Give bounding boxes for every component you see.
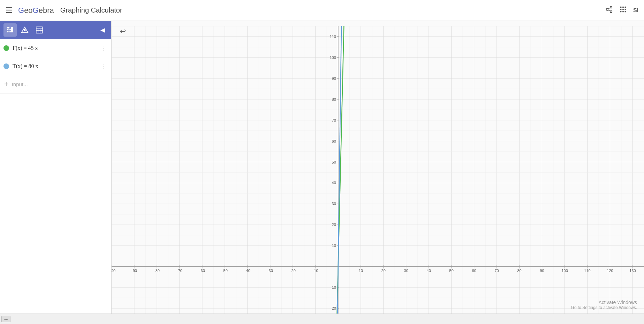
svg-text:20: 20: [381, 269, 386, 273]
undo-button[interactable]: ↩: [116, 25, 129, 38]
svg-text:120: 120: [607, 269, 613, 273]
svg-text:-40: -40: [245, 269, 250, 273]
svg-rect-16: [9, 29, 11, 30]
add-expression-icon: +: [4, 80, 8, 88]
svg-rect-12: [622, 11, 624, 13]
svg-text:-90: -90: [131, 269, 137, 273]
svg-text:110: 110: [329, 35, 336, 39]
input-placeholder: Input...: [12, 81, 28, 87]
svg-rect-14: [7, 27, 9, 29]
svg-rect-15: [7, 29, 9, 30]
svg-text:90: 90: [332, 76, 336, 81]
svg-text:-20: -20: [331, 306, 336, 310]
svg-text:10: 10: [359, 269, 363, 273]
svg-text:50: 50: [332, 160, 336, 164]
expr-label-f[interactable]: F(x) = 45 x: [13, 45, 99, 51]
svg-rect-8: [620, 9, 622, 10]
expression-list: F(x) = 45 x ⋮ T(x) = 80 x ⋮ + Input...: [0, 39, 111, 324]
expr-menu-button-f[interactable]: ⋮: [99, 44, 108, 53]
user-avatar[interactable]: SI: [633, 7, 638, 14]
svg-text:110: 110: [584, 269, 590, 273]
svg-rect-10: [624, 9, 626, 10]
geometry-tab-button[interactable]: [18, 23, 31, 37]
table-tab-button[interactable]: [33, 23, 46, 37]
svg-text:40: 40: [332, 181, 336, 185]
svg-text:70: 70: [332, 118, 336, 122]
svg-text:-10: -10: [331, 285, 336, 289]
app-title: Graphing Calculator: [60, 6, 122, 14]
expr-menu-button-t[interactable]: ⋮: [99, 62, 108, 71]
expr-dot-f[interactable]: [0, 45, 13, 51]
svg-line-3: [608, 10, 610, 11]
svg-rect-17: [7, 31, 9, 32]
undo-icon: ↩: [120, 27, 126, 36]
svg-text:130: 130: [629, 269, 636, 273]
svg-rect-5: [620, 7, 622, 8]
svg-text:80: 80: [517, 269, 521, 273]
svg-text:60: 60: [332, 139, 336, 143]
logo-text: GeoGebra: [18, 6, 54, 15]
svg-text:100: 100: [329, 55, 336, 60]
logo: GeoGebra: [18, 6, 54, 15]
left-panel: ◀ F(x) = 45 x ⋮ T(x) = 80 x ⋮: [0, 21, 112, 324]
graph-svg: -100-90-80-70-60-50-40-30-20-10102030405…: [112, 21, 644, 324]
graph-area[interactable]: ↩ -100-90-80-70-60-50-40-30-20-101020304…: [112, 21, 644, 324]
add-expression-row[interactable]: + Input...: [0, 75, 111, 93]
main-layout: ◀ F(x) = 45 x ⋮ T(x) = 80 x ⋮: [0, 21, 644, 324]
svg-text:-30: -30: [267, 269, 273, 273]
svg-rect-22: [36, 27, 43, 33]
svg-text:-60: -60: [199, 269, 205, 273]
panel-toolbar: ◀: [0, 21, 111, 39]
svg-text:10: 10: [332, 243, 336, 248]
svg-rect-13: [624, 11, 626, 13]
svg-text:80: 80: [332, 97, 336, 101]
expr-label-t[interactable]: T(x) = 80 x: [13, 63, 99, 69]
svg-rect-9: [622, 9, 624, 10]
collapse-panel-button[interactable]: ◀: [97, 24, 108, 36]
taskbar-item[interactable]: ····: [1, 316, 10, 322]
svg-text:-10: -10: [313, 269, 318, 273]
apps-grid-icon[interactable]: [619, 6, 627, 15]
svg-rect-19: [11, 27, 13, 32]
svg-text:-50: -50: [222, 269, 228, 273]
expr-dot-t[interactable]: [0, 63, 13, 69]
share-icon[interactable]: [605, 6, 613, 15]
navbar: ☰ GeoGebra Graphing Calculator SI: [0, 0, 644, 21]
svg-text:20: 20: [332, 223, 336, 227]
svg-text:-100: -100: [112, 269, 115, 273]
svg-text:60: 60: [472, 269, 476, 273]
svg-text:40: 40: [427, 269, 431, 273]
calculator-tab-button[interactable]: [3, 23, 17, 37]
color-dot-f: [3, 45, 9, 51]
svg-text:100: 100: [561, 269, 568, 273]
svg-text:-70: -70: [177, 269, 182, 273]
svg-text:50: 50: [449, 269, 454, 273]
svg-rect-7: [624, 7, 626, 8]
expression-row-t: T(x) = 80 x ⋮: [0, 57, 111, 75]
taskbar: ····: [0, 314, 644, 324]
svg-rect-11: [620, 11, 622, 13]
color-dot-t: [3, 63, 9, 69]
svg-text:30: 30: [404, 269, 408, 273]
svg-text:70: 70: [495, 269, 499, 273]
svg-rect-6: [622, 7, 624, 8]
svg-point-21: [24, 29, 26, 31]
svg-text:-80: -80: [154, 269, 160, 273]
navbar-right-icons: SI: [605, 6, 638, 15]
expression-row-f: F(x) = 45 x ⋮: [0, 39, 111, 57]
svg-line-4: [608, 8, 610, 9]
svg-text:90: 90: [540, 269, 544, 273]
svg-text:-20: -20: [290, 269, 296, 273]
svg-rect-18: [9, 31, 11, 32]
svg-text:30: 30: [332, 202, 336, 206]
hamburger-menu-button[interactable]: ☰: [6, 6, 13, 15]
